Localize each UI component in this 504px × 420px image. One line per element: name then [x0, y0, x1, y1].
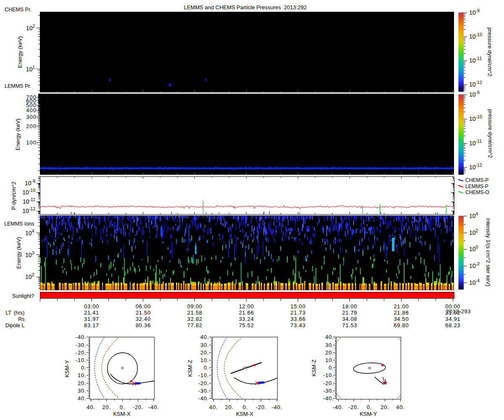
svg-text:21.66: 21.66 [239, 310, 254, 316]
svg-text:10-9: 10-9 [469, 8, 480, 16]
svg-text:KSM-X: KSM-X [113, 411, 131, 417]
svg-text:-20.: -20. [133, 404, 144, 410]
svg-text:80.36: 80.36 [136, 322, 151, 328]
svg-text:34.50: 34.50 [394, 316, 409, 322]
svg-text:200.: 200. [26, 123, 38, 129]
svg-text:40.: 40. [200, 334, 209, 340]
svg-text:10-12: 10-12 [22, 206, 35, 214]
svg-text:0.: 0. [367, 404, 372, 410]
svg-text:0.: 0. [329, 365, 334, 371]
svg-text:15:00: 15:00 [291, 303, 306, 310]
svg-text:0.: 0. [243, 404, 248, 410]
svg-text:69.80: 69.80 [394, 322, 409, 328]
svg-text:32.82: 32.82 [187, 316, 202, 322]
svg-text:0.: 0. [204, 365, 209, 371]
svg-text:LEMMS-P: LEMMS-P [465, 184, 488, 189]
svg-text:21.50: 21.50 [136, 310, 151, 316]
svg-text:Rs: Rs [18, 316, 24, 322]
svg-text:03:00: 03:00 [84, 303, 99, 310]
svg-text:-30.: -30. [198, 388, 209, 394]
svg-text:21.73: 21.73 [291, 310, 306, 316]
svg-text:102: 102 [26, 24, 35, 32]
svg-text:10-11: 10-11 [469, 56, 482, 64]
svg-text:33.24: 33.24 [239, 316, 254, 322]
svg-text:10-9: 10-9 [25, 178, 35, 186]
svg-text:0.: 0. [120, 404, 125, 410]
svg-text:LEMMS Ions: LEMMS Ions [4, 221, 34, 227]
svg-text:10-10: 10-10 [469, 114, 482, 122]
svg-text:CHEMS-P: CHEMS-P [465, 177, 488, 183]
svg-text:-10.: -10. [323, 372, 334, 378]
svg-text:10-10: 10-10 [469, 32, 482, 40]
svg-text:-20.: -20. [348, 404, 359, 410]
svg-text:09:00: 09:00 [187, 303, 202, 310]
svg-text:Energy (keV): Energy (keV) [16, 237, 22, 269]
svg-text:-40.: -40. [76, 334, 87, 340]
svg-text:34.91: 34.91 [445, 316, 460, 322]
svg-text:102: 102 [25, 272, 34, 280]
svg-text:10.: 10. [326, 357, 334, 363]
svg-text:40.: 40. [396, 404, 404, 410]
svg-text:-10.: -10. [198, 372, 209, 378]
svg-text:10-4: 10-4 [469, 278, 480, 286]
svg-text:32.40: 32.40 [136, 316, 151, 322]
svg-text:104: 104 [25, 228, 34, 236]
svg-text:10-10: 10-10 [22, 188, 35, 196]
svg-text:-20.: -20. [323, 380, 334, 386]
svg-text:21.58: 21.58 [187, 310, 202, 316]
svg-text:20.: 20. [326, 349, 334, 356]
svg-text:10-2: 10-2 [469, 261, 480, 269]
svg-text:pressure dyne/cm^2: pressure dyne/cm^2 [487, 27, 493, 76]
svg-text:100.: 100. [26, 139, 38, 146]
svg-text:-10.: -10. [76, 357, 87, 363]
svg-text:40.: 40. [209, 404, 218, 410]
svg-text:103: 103 [25, 250, 34, 258]
svg-text:-40.: -40. [148, 404, 159, 410]
svg-text:40.: 40. [326, 334, 334, 340]
svg-text:10-11: 10-11 [23, 197, 35, 205]
svg-text:71.53: 71.53 [342, 322, 357, 328]
svg-text:Energy (keV): Energy (keV) [15, 118, 21, 150]
svg-text:-30.: -30. [323, 388, 334, 394]
svg-text:73.43: 73.43 [291, 322, 306, 328]
svg-text:10-12: 10-12 [469, 163, 482, 171]
svg-text:34.08: 34.08 [342, 316, 357, 322]
svg-text:40.: 40. [87, 404, 95, 410]
svg-text:CHEMS Pr.: CHEMS Pr. [5, 7, 32, 13]
svg-text:CHEMS-O: CHEMS-O [465, 189, 489, 195]
svg-text:10-12: 10-12 [469, 80, 482, 88]
svg-text:75.52: 75.52 [239, 322, 254, 328]
svg-text:20.: 20. [102, 404, 111, 410]
svg-text:pressure dyne/cm^2: pressure dyne/cm^2 [487, 109, 494, 158]
svg-text:30.: 30. [78, 388, 86, 394]
svg-text:intensity 1/(s cm^2 ster keV): intensity 1/(s cm^2 ster keV) [485, 218, 491, 286]
svg-text:Sunlight?: Sunlight? [12, 293, 34, 299]
svg-text:KSM-Y: KSM-Y [360, 411, 377, 417]
svg-text:20.: 20. [225, 404, 234, 410]
svg-text:21.41: 21.41 [84, 310, 99, 316]
svg-text:30.: 30. [326, 342, 334, 348]
svg-text:Dipole L: Dipole L [5, 323, 25, 328]
svg-text:-20.: -20. [76, 349, 87, 356]
svg-text:20.: 20. [381, 404, 389, 410]
svg-text:10-9: 10-9 [469, 90, 480, 98]
svg-text:-30.: -30. [76, 342, 87, 348]
svg-text:LT (hrs): LT (hrs) [5, 310, 24, 316]
svg-text:-20.: -20. [198, 380, 209, 386]
svg-text:40.: 40. [78, 395, 86, 402]
svg-text:21.86: 21.86 [394, 310, 409, 316]
svg-text:10.: 10. [78, 372, 86, 378]
svg-text:10.: 10. [200, 357, 209, 363]
svg-text:-40.: -40. [272, 404, 283, 410]
svg-text:20.: 20. [200, 349, 209, 356]
svg-text:31.97: 31.97 [84, 316, 99, 322]
svg-text:-40.: -40. [198, 395, 209, 402]
svg-text:06:00: 06:00 [136, 303, 151, 310]
svg-text:700.: 700. [26, 94, 38, 100]
svg-text:300.: 300. [26, 114, 38, 120]
svg-text:68.23: 68.23 [445, 322, 460, 328]
svg-text:10-11: 10-11 [469, 139, 482, 147]
svg-text:-20.: -20. [256, 404, 267, 410]
svg-text:21:00: 21:00 [394, 303, 409, 310]
svg-text:101: 101 [26, 65, 35, 73]
